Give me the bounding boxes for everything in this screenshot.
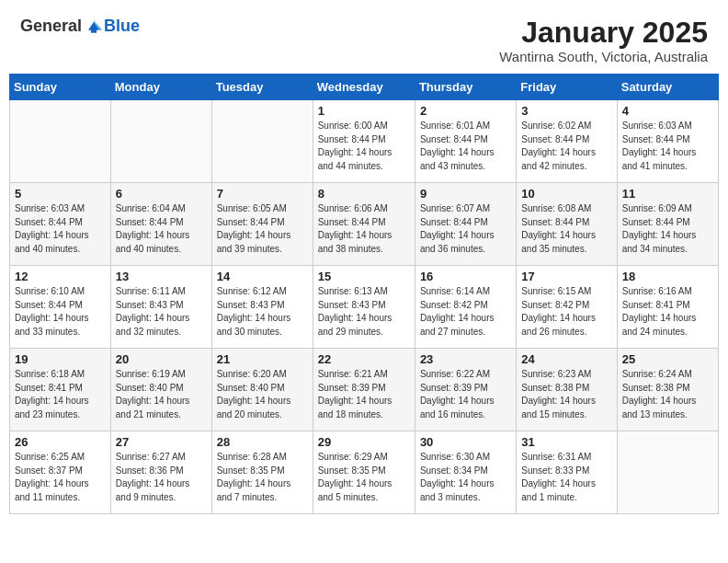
calendar-cell: 17Sunrise: 6:15 AMSunset: 8:42 PMDayligh… (517, 266, 617, 349)
cell-info: Sunrise: 6:08 AMSunset: 8:44 PMDaylight:… (521, 202, 611, 256)
day-number: 24 (521, 352, 611, 366)
day-number: 15 (318, 270, 410, 283)
calendar-header-row: SundayMondayTuesdayWednesdayThursdayFrid… (10, 75, 719, 100)
cell-info: Sunrise: 6:13 AMSunset: 8:43 PMDaylight:… (318, 285, 410, 339)
cell-info: Sunrise: 6:24 AMSunset: 8:38 PMDaylight:… (622, 368, 713, 421)
day-number: 25 (622, 352, 713, 366)
calendar-cell: 9Sunrise: 6:07 AMSunset: 8:44 PMDaylight… (415, 183, 516, 266)
day-number: 7 (217, 187, 308, 201)
day-number: 9 (420, 187, 511, 201)
calendar-cell: 13Sunrise: 6:11 AMSunset: 8:43 PMDayligh… (110, 266, 211, 349)
cell-info: Sunrise: 6:22 AMSunset: 8:39 PMDaylight:… (420, 368, 511, 421)
cell-info: Sunrise: 6:05 AMSunset: 8:44 PMDaylight:… (217, 202, 308, 256)
calendar-header-sunday: Sunday (10, 75, 111, 100)
day-number: 8 (318, 187, 410, 201)
logo-general: General (20, 17, 82, 36)
day-number: 26 (15, 435, 106, 449)
day-number: 28 (217, 435, 308, 449)
calendar-cell: 30Sunrise: 6:30 AMSunset: 8:34 PMDayligh… (415, 431, 516, 514)
cell-info: Sunrise: 6:06 AMSunset: 8:44 PMDaylight:… (318, 202, 410, 256)
calendar-week-4: 19Sunrise: 6:18 AMSunset: 8:41 PMDayligh… (10, 349, 719, 431)
calendar-cell: 15Sunrise: 6:13 AMSunset: 8:43 PMDayligh… (313, 266, 415, 349)
calendar-cell: 26Sunrise: 6:25 AMSunset: 8:37 PMDayligh… (10, 431, 111, 514)
day-number: 27 (116, 435, 207, 449)
day-number: 11 (622, 187, 713, 201)
day-number: 2 (420, 104, 511, 118)
cell-info: Sunrise: 6:10 AMSunset: 8:44 PMDaylight:… (15, 285, 106, 339)
calendar-cell: 7Sunrise: 6:05 AMSunset: 8:44 PMDaylight… (211, 183, 313, 266)
calendar-header-thursday: Thursday (415, 75, 516, 100)
logo: General Blue (20, 17, 140, 36)
day-number: 23 (420, 352, 511, 366)
cell-info: Sunrise: 6:19 AMSunset: 8:40 PMDaylight:… (116, 368, 207, 421)
cell-info: Sunrise: 6:27 AMSunset: 8:36 PMDaylight:… (116, 451, 207, 504)
calendar-cell: 22Sunrise: 6:21 AMSunset: 8:39 PMDayligh… (313, 349, 415, 431)
day-number: 31 (521, 435, 611, 449)
cell-info: Sunrise: 6:03 AMSunset: 8:44 PMDaylight:… (15, 202, 106, 256)
calendar-table: SundayMondayTuesdayWednesdayThursdayFrid… (9, 74, 719, 514)
month-year-title: January 2025 (499, 17, 708, 49)
calendar-header-tuesday: Tuesday (211, 75, 313, 100)
calendar-cell: 21Sunrise: 6:20 AMSunset: 8:40 PMDayligh… (211, 349, 313, 431)
logo-icon (85, 18, 102, 35)
calendar-cell: 20Sunrise: 6:19 AMSunset: 8:40 PMDayligh… (110, 349, 211, 431)
day-number: 19 (15, 352, 106, 366)
cell-info: Sunrise: 6:23 AMSunset: 8:38 PMDaylight:… (521, 368, 611, 421)
day-number: 13 (116, 270, 207, 283)
calendar-week-2: 5Sunrise: 6:03 AMSunset: 8:44 PMDaylight… (10, 183, 719, 266)
calendar-cell: 10Sunrise: 6:08 AMSunset: 8:44 PMDayligh… (517, 183, 617, 266)
day-number: 22 (318, 352, 410, 366)
calendar-cell: 29Sunrise: 6:29 AMSunset: 8:35 PMDayligh… (313, 431, 415, 514)
calendar-cell: 23Sunrise: 6:22 AMSunset: 8:39 PMDayligh… (415, 349, 516, 431)
cell-info: Sunrise: 6:11 AMSunset: 8:43 PMDaylight:… (116, 285, 207, 339)
day-number: 18 (622, 270, 713, 283)
cell-info: Sunrise: 6:15 AMSunset: 8:42 PMDaylight:… (521, 285, 611, 339)
cell-info: Sunrise: 6:30 AMSunset: 8:34 PMDaylight:… (420, 451, 511, 504)
calendar-header-friday: Friday (517, 75, 617, 100)
calendar-header-wednesday: Wednesday (313, 75, 415, 100)
calendar-cell: 5Sunrise: 6:03 AMSunset: 8:44 PMDaylight… (10, 183, 111, 266)
calendar-week-5: 26Sunrise: 6:25 AMSunset: 8:37 PMDayligh… (10, 431, 719, 514)
calendar-cell: 3Sunrise: 6:02 AMSunset: 8:44 PMDaylight… (517, 100, 617, 183)
cell-info: Sunrise: 6:18 AMSunset: 8:41 PMDaylight:… (15, 368, 106, 421)
cell-info: Sunrise: 6:03 AMSunset: 8:44 PMDaylight:… (622, 120, 713, 173)
page-header: General Blue January 2025 Wantirna South… (9, 9, 719, 68)
cell-info: Sunrise: 6:00 AMSunset: 8:44 PMDaylight:… (318, 120, 410, 173)
day-number: 16 (420, 270, 511, 283)
cell-info: Sunrise: 6:20 AMSunset: 8:40 PMDaylight:… (217, 368, 308, 421)
day-number: 20 (116, 352, 207, 366)
day-number: 3 (521, 104, 611, 118)
logo-blue: Blue (104, 17, 140, 36)
day-number: 12 (15, 270, 106, 283)
day-number: 4 (622, 104, 713, 118)
cell-info: Sunrise: 6:12 AMSunset: 8:43 PMDaylight:… (217, 285, 308, 339)
cell-info: Sunrise: 6:25 AMSunset: 8:37 PMDaylight:… (15, 451, 106, 504)
cell-info: Sunrise: 6:02 AMSunset: 8:44 PMDaylight:… (521, 120, 611, 173)
calendar-cell (10, 100, 111, 183)
cell-info: Sunrise: 6:16 AMSunset: 8:41 PMDaylight:… (622, 285, 713, 339)
day-number: 17 (521, 270, 611, 283)
calendar-cell: 28Sunrise: 6:28 AMSunset: 8:35 PMDayligh… (211, 431, 313, 514)
calendar-week-3: 12Sunrise: 6:10 AMSunset: 8:44 PMDayligh… (10, 266, 719, 349)
cell-info: Sunrise: 6:29 AMSunset: 8:35 PMDaylight:… (318, 451, 410, 504)
calendar-header-saturday: Saturday (617, 75, 718, 100)
day-number: 30 (420, 435, 511, 449)
cell-info: Sunrise: 6:01 AMSunset: 8:44 PMDaylight:… (420, 120, 511, 173)
cell-info: Sunrise: 6:07 AMSunset: 8:44 PMDaylight:… (420, 202, 511, 256)
day-number: 5 (15, 187, 106, 201)
calendar-header-monday: Monday (110, 75, 211, 100)
day-number: 21 (217, 352, 308, 366)
calendar-cell: 16Sunrise: 6:14 AMSunset: 8:42 PMDayligh… (415, 266, 516, 349)
calendar-cell: 27Sunrise: 6:27 AMSunset: 8:36 PMDayligh… (110, 431, 211, 514)
calendar-cell: 14Sunrise: 6:12 AMSunset: 8:43 PMDayligh… (211, 266, 313, 349)
calendar-cell: 11Sunrise: 6:09 AMSunset: 8:44 PMDayligh… (617, 183, 718, 266)
calendar-cell: 4Sunrise: 6:03 AMSunset: 8:44 PMDaylight… (617, 100, 718, 183)
day-number: 10 (521, 187, 611, 201)
cell-info: Sunrise: 6:21 AMSunset: 8:39 PMDaylight:… (318, 368, 410, 421)
calendar-cell: 12Sunrise: 6:10 AMSunset: 8:44 PMDayligh… (10, 266, 111, 349)
calendar-cell: 25Sunrise: 6:24 AMSunset: 8:38 PMDayligh… (617, 349, 718, 431)
cell-info: Sunrise: 6:28 AMSunset: 8:35 PMDaylight:… (217, 451, 308, 504)
title-block: January 2025 Wantirna South, Victoria, A… (499, 17, 708, 64)
calendar-cell (110, 100, 211, 183)
day-number: 1 (318, 104, 410, 118)
